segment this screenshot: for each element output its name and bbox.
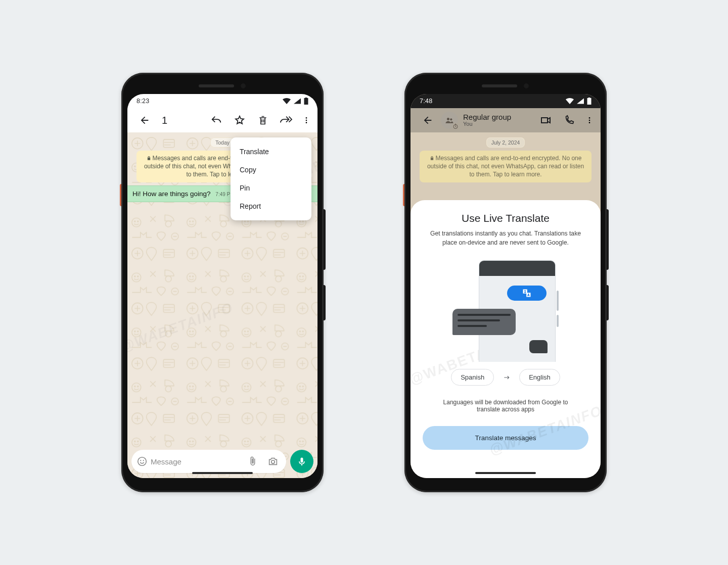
screen-a: 8:23 1 <box>127 94 317 478</box>
menu-report[interactable]: Report <box>231 197 311 215</box>
attach-icon[interactable] <box>243 451 263 472</box>
statusbar: 8:23 <box>127 94 317 108</box>
sheet-illustration <box>452 260 559 357</box>
phone-a: 8:23 1 <box>121 73 324 492</box>
signal-icon <box>577 98 584 104</box>
video-call-icon[interactable] <box>536 110 556 130</box>
delete-icon[interactable] <box>253 110 273 130</box>
chat-input-bar: Message <box>131 450 313 473</box>
statusbar: 7:48 <box>411 94 601 108</box>
phone-speaker <box>199 83 246 89</box>
back-icon[interactable] <box>418 110 438 130</box>
svg-point-18 <box>589 117 590 119</box>
lang-from-chip[interactable]: Spanish <box>451 369 494 386</box>
svg-point-15 <box>447 118 449 120</box>
signal-icon <box>294 98 301 104</box>
voice-call-icon[interactable] <box>559 110 579 130</box>
lock-icon <box>147 156 151 161</box>
message-placeholder: Message <box>151 457 243 466</box>
chat-body: @WABETAINFO @WABETAINFO Today Messages a… <box>127 132 317 478</box>
svg-point-20 <box>589 122 590 123</box>
translate-messages-button[interactable]: Translate messages <box>423 426 588 450</box>
reply-icon[interactable] <box>206 110 226 130</box>
screen-b: 7:48 <box>411 94 601 478</box>
context-menu: Translate Copy Pin Report <box>231 137 311 220</box>
menu-copy[interactable]: Copy <box>231 161 311 179</box>
status-time: 8:23 <box>136 98 150 105</box>
emoji-icon[interactable] <box>136 456 148 467</box>
svg-point-19 <box>589 120 590 121</box>
download-note: Languages will be downloaded from Google… <box>440 399 571 413</box>
encryption-text: Messages and calls are end-to-end encryp… <box>427 155 584 178</box>
gesture-bar <box>475 472 536 474</box>
status-time: 7:48 <box>420 98 433 105</box>
lang-to-chip[interactable]: English <box>519 369 560 386</box>
menu-translate[interactable]: Translate <box>231 143 311 161</box>
pixel-device-frame: 7:48 <box>404 73 607 492</box>
wifi-icon <box>566 98 574 104</box>
svg-point-14 <box>271 460 275 463</box>
star-icon[interactable] <box>230 110 250 130</box>
pixel-device-frame: 8:23 1 <box>121 73 324 492</box>
forward-icon[interactable] <box>276 110 296 130</box>
more-icon[interactable] <box>299 110 313 130</box>
chat-subtitle: You <box>463 121 533 127</box>
live-translate-sheet: @WABETAINFO @WABETAINFO Use Live Transla… <box>411 200 601 478</box>
chat-title[interactable]: Regular group <box>463 113 533 121</box>
camera-icon[interactable] <box>263 451 283 472</box>
svg-point-2 <box>306 122 307 123</box>
stage: 8:23 1 <box>0 0 728 565</box>
chat-appbar: Regular group You <box>411 108 601 132</box>
gesture-bar <box>192 472 253 474</box>
svg-point-11 <box>138 457 147 466</box>
svg-point-1 <box>306 120 307 121</box>
more-icon[interactable] <box>582 110 597 130</box>
language-pair: Spanish English <box>451 369 560 386</box>
mic-fab[interactable] <box>290 450 313 473</box>
back-icon[interactable] <box>134 110 155 130</box>
timer-badge-icon <box>452 123 459 130</box>
group-avatar[interactable] <box>441 112 458 129</box>
date-chip: July 2, 2024 <box>486 137 525 148</box>
svg-point-16 <box>450 118 452 120</box>
menu-pin[interactable]: Pin <box>231 179 311 197</box>
battery-icon <box>304 98 308 105</box>
lock-icon <box>430 156 434 161</box>
wifi-icon <box>283 98 291 104</box>
translate-badge-icon <box>507 286 547 301</box>
message-input[interactable]: Message <box>131 450 286 473</box>
arrow-right-icon <box>502 374 511 381</box>
sheet-title: Use Live Translate <box>462 212 550 224</box>
svg-point-0 <box>306 117 307 119</box>
message-text: Hi! How are things going? <box>132 190 211 198</box>
battery-icon <box>587 98 592 105</box>
phone-speaker <box>482 83 529 89</box>
svg-point-13 <box>143 460 144 461</box>
dimmed-background: Regular group You <box>411 108 601 196</box>
phone-b: 7:48 <box>404 73 607 492</box>
encryption-notice[interactable]: Messages and calls are end-to-end encryp… <box>420 151 592 182</box>
selection-appbar: 1 <box>127 108 317 132</box>
sheet-description: Get translations instantly as you chat. … <box>430 229 581 247</box>
selected-count: 1 <box>162 115 203 126</box>
svg-point-12 <box>140 460 141 461</box>
